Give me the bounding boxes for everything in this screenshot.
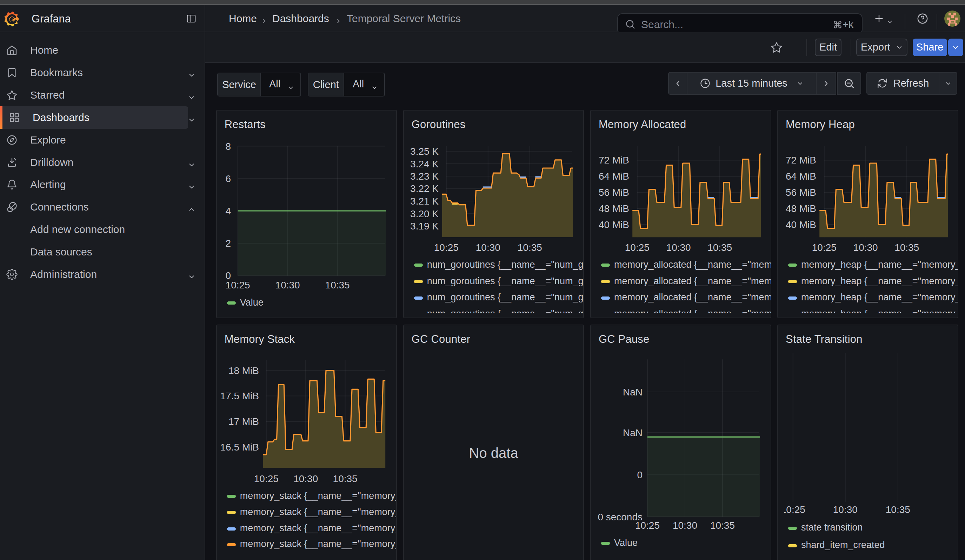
svg-text:10:30: 10:30 xyxy=(833,504,858,515)
svg-text:10:25: 10:25 xyxy=(781,504,805,515)
svg-text:10:35: 10:35 xyxy=(886,504,910,515)
